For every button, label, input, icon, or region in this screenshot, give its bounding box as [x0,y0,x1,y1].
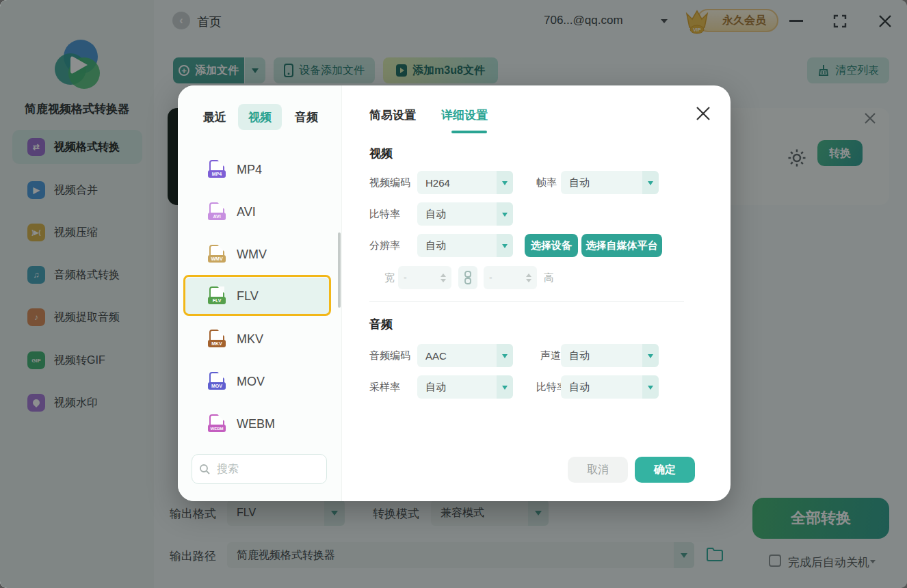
tab-simple-settings[interactable]: 简易设置 [369,107,416,123]
format-label: MOV [237,375,265,389]
select-device-label: 选择设备 [531,239,572,252]
app-window: 简鹿视频格式转换器 ⇄ 视频格式转换 ▶ 视频合并 )▶( 视频压缩 ♫ 音频格… [0,0,907,588]
format-chooser-panel: 最近 视频 音频 MP4 MP4 AVI AVI [178,85,342,501]
framerate-select[interactable]: 自动 [561,171,659,194]
samplerate-select[interactable]: 自动 [417,375,513,399]
resolution-select[interactable]: 自动 [417,234,513,257]
mov-file-icon: MOV [208,372,226,391]
lock-aspect-link-icon[interactable] [458,266,477,289]
confirm-label: 确定 [654,463,676,477]
tab-audio[interactable]: 音频 [289,104,324,130]
audio-section-title: 音频 [369,317,393,332]
flv-file-icon: FLV [208,286,226,306]
tab-detail-settings[interactable]: 详细设置 [441,107,488,123]
framerate-value: 自动 [561,176,642,189]
chevron-down-icon [642,375,659,399]
video-codec-label: 视频编码 [369,176,410,189]
format-settings-modal: 最近 视频 音频 MP4 MP4 AVI AVI [178,85,731,501]
audio-codec-label: 音频编码 [369,349,410,362]
tab-simple-label: 简易设置 [369,109,416,122]
video-bitrate-select[interactable]: 自动 [417,202,513,226]
format-item-flv[interactable]: FLV FLV [185,278,330,315]
audio-bitrate-value: 自动 [561,381,642,394]
active-tab-underline [451,131,487,133]
samplerate-value: 自动 [417,381,497,394]
format-label: MKV [237,332,263,347]
height-label: 高 [544,271,554,284]
format-label: MP4 [237,163,262,177]
resolution-value: 自动 [417,239,497,252]
tab-detail-label: 详细设置 [441,109,488,122]
audio-codec-select[interactable]: AAC [417,344,513,367]
search-icon [199,464,210,475]
chevron-down-icon [642,344,659,367]
cancel-button[interactable]: 取消 [568,457,628,483]
mkv-file-icon: MKV [208,330,226,349]
width-value: - [404,272,407,283]
format-list-scrollbar[interactable] [338,232,341,308]
video-codec-select[interactable]: H264 [417,171,513,194]
close-modal-icon[interactable] [695,105,711,122]
select-platform-button[interactable]: 选择自媒体平台 [581,234,662,257]
wmv-file-icon: WMV [208,245,226,264]
samplerate-label: 采样率 [369,381,400,394]
channel-label: 声道 [540,349,561,362]
channel-select[interactable]: 自动 [561,344,659,367]
height-value: - [489,272,492,283]
chevron-down-icon [497,202,513,226]
section-divider [369,301,684,302]
stepper-arrows-icon[interactable] [526,271,531,285]
tab-recent[interactable]: 最近 [197,104,233,130]
format-label: WEBM [237,417,275,431]
confirm-button[interactable]: 确定 [635,457,695,483]
video-section-title: 视频 [369,146,393,161]
chevron-down-icon [497,375,513,399]
chevron-down-icon [497,171,513,194]
tab-audio-label: 音频 [295,109,318,125]
select-device-button[interactable]: 选择设备 [525,234,578,257]
cancel-label: 取消 [587,463,609,477]
format-item-avi[interactable]: AVI AVI [185,193,330,230]
video-codec-value: H264 [417,177,497,189]
avi-file-icon: AVI [208,202,226,222]
search-input[interactable] [215,462,304,476]
channel-value: 自动 [561,349,642,362]
framerate-label: 帧率 [536,176,557,189]
select-platform-label: 选择自媒体平台 [586,239,658,252]
stepper-arrows-icon[interactable] [441,271,446,285]
chevron-down-icon [642,171,659,194]
format-item-webm[interactable]: WEBM WEBM [185,405,330,442]
format-item-mov[interactable]: MOV MOV [185,363,330,400]
chevron-down-icon [497,234,513,257]
format-item-mkv[interactable]: MKV MKV [185,321,330,358]
format-label: FLV [237,289,259,304]
format-label: AVI [237,205,256,219]
format-item-mp4[interactable]: MP4 MP4 [185,151,330,188]
format-search-box [192,454,327,484]
audio-bitrate-select[interactable]: 自动 [561,375,659,399]
width-label: 宽 [384,271,395,284]
tab-video-label: 视频 [248,109,272,125]
tab-video[interactable]: 视频 [238,104,282,130]
tab-recent-label: 最近 [203,109,226,125]
video-bitrate-label: 比特率 [369,208,400,221]
webm-file-icon: WEBM [208,414,226,433]
format-label: WMV [237,248,267,262]
audio-codec-value: AAC [417,350,497,362]
format-item-wmv[interactable]: WMV WMV [185,236,330,273]
video-bitrate-value: 自动 [417,208,497,221]
width-stepper[interactable]: - [398,266,451,289]
mp4-file-icon: MP4 [208,160,226,179]
chevron-down-icon [497,344,513,367]
height-stepper[interactable]: - [484,266,537,289]
resolution-label: 分辨率 [369,239,400,252]
